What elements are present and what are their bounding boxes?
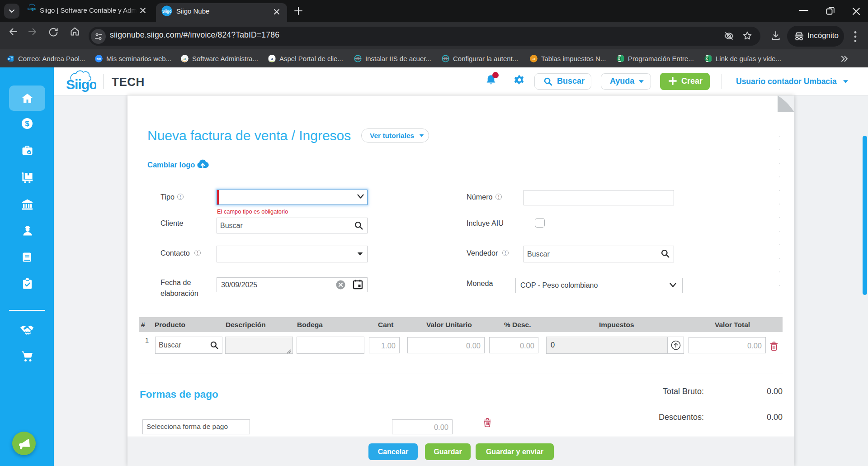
svg-text:a: a xyxy=(184,56,186,61)
svg-text:Siigo: Siigo xyxy=(66,77,96,92)
svg-text:Siigo: Siigo xyxy=(28,7,36,11)
svg-text:$: $ xyxy=(25,119,29,128)
svg-text:x: x xyxy=(618,56,620,61)
svg-text:x: x xyxy=(706,56,708,61)
svg-text:Siigo: Siigo xyxy=(162,9,171,14)
svg-text:zm: zm xyxy=(96,57,101,61)
svg-text:o: o xyxy=(8,57,10,61)
svg-text:a: a xyxy=(533,56,535,61)
svg-text:a: a xyxy=(271,56,273,61)
